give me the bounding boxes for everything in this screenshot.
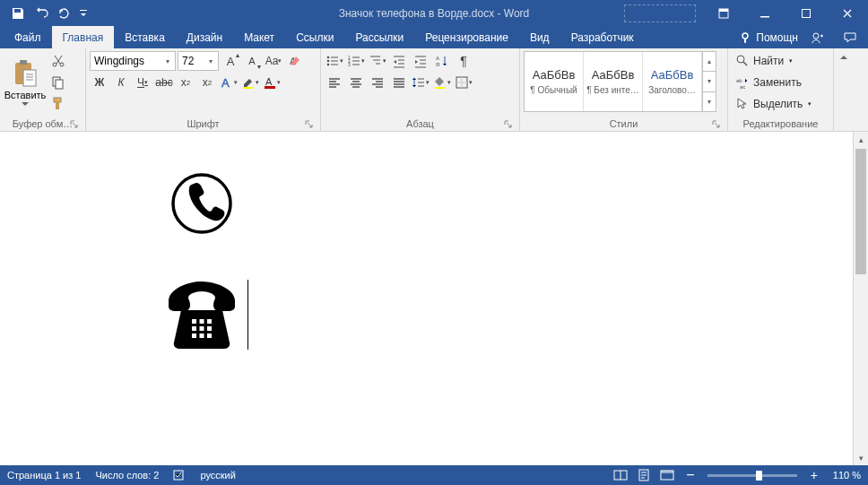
window-controls <box>617 0 868 26</box>
tell-me-button[interactable]: Помощн <box>740 31 798 44</box>
justify-button[interactable] <box>389 73 409 92</box>
style-normal[interactable]: АаБбВв ¶ Обычный <box>525 52 584 111</box>
subscript-button[interactable]: x2 <box>176 73 195 92</box>
shrink-font-button[interactable]: A▾ <box>242 51 262 71</box>
status-language[interactable]: русский <box>193 465 242 485</box>
svg-rect-1 <box>719 9 728 12</box>
tab-insert[interactable]: Вставка <box>114 26 176 48</box>
tab-view[interactable]: Вид <box>519 26 560 48</box>
tab-design[interactable]: Дизайн <box>176 26 233 48</box>
zoom-slider-thumb[interactable] <box>756 471 762 481</box>
styles-dialog-launcher[interactable] <box>711 119 722 130</box>
status-spellcheck[interactable] <box>166 465 193 485</box>
zoom-in-button[interactable]: + <box>803 465 826 485</box>
qat-customize-button[interactable] <box>77 3 90 24</box>
page-viewport[interactable] <box>0 132 853 465</box>
scroll-thumb[interactable] <box>855 149 866 274</box>
underline-button[interactable]: Ч▾ <box>133 73 152 92</box>
paste-button[interactable]: Вставить <box>4 51 47 114</box>
style-scroll-down[interactable]: ▾ <box>703 72 716 91</box>
align-right-button[interactable] <box>368 73 387 92</box>
account-placeholder[interactable] <box>624 4 696 22</box>
clipboard-dialog-launcher[interactable] <box>69 119 80 130</box>
tab-file[interactable]: Файл <box>4 26 52 48</box>
copy-button[interactable] <box>48 73 68 92</box>
scroll-up-button[interactable]: ▴ <box>854 132 868 147</box>
bullets-button[interactable]: ▾ <box>325 51 344 71</box>
svg-rect-2 <box>760 16 769 18</box>
group-clipboard-label: Буфер обм… <box>4 117 82 131</box>
italic-button[interactable]: К <box>111 73 131 92</box>
style-expand[interactable]: ▾ <box>703 92 716 111</box>
tab-layout[interactable]: Макет <box>233 26 285 48</box>
status-word-count[interactable]: Число слов: 2 <box>88 465 166 485</box>
view-read-mode[interactable] <box>609 465 632 485</box>
svg-rect-5 <box>744 39 746 43</box>
scroll-track[interactable] <box>854 147 868 450</box>
style-scroll-up[interactable]: ▴ <box>703 52 716 72</box>
style-heading1[interactable]: АаБбВв Заголово… <box>643 52 702 111</box>
select-button[interactable]: Выделить▾ <box>732 94 815 114</box>
align-left-button[interactable] <box>325 73 344 92</box>
scroll-down-button[interactable]: ▾ <box>854 450 868 465</box>
svg-rect-35 <box>192 319 196 324</box>
sort-button[interactable]: АЯ <box>432 51 452 71</box>
tab-developer[interactable]: Разработчик <box>560 26 645 48</box>
vertical-scrollbar[interactable]: ▴ ▾ <box>853 132 868 465</box>
font-color-button[interactable]: A▾ <box>262 73 282 92</box>
ribbon-display-options-button[interactable] <box>703 0 744 26</box>
zoom-out-button[interactable]: − <box>679 465 702 485</box>
zoom-level[interactable]: 110 % <box>826 465 868 485</box>
tab-review[interactable]: Рецензирование <box>414 26 519 48</box>
borders-button[interactable]: ▾ <box>454 73 473 92</box>
group-styles-label: Стили <box>524 117 724 131</box>
show-marks-button[interactable]: ¶ <box>454 51 473 71</box>
superscript-button[interactable]: x2 <box>197 73 217 92</box>
tab-home[interactable]: Главная <box>52 26 115 48</box>
minimize-button[interactable] <box>744 0 786 26</box>
increase-indent-button[interactable] <box>411 51 430 71</box>
svg-rect-42 <box>200 333 204 338</box>
font-size-combo[interactable]: 72▾ <box>178 51 219 71</box>
maximize-button[interactable] <box>786 0 827 26</box>
status-page[interactable]: Страница 1 из 1 <box>0 465 88 485</box>
text-effects-button[interactable]: A▾ <box>219 73 239 92</box>
save-button[interactable] <box>7 3 29 24</box>
document-page[interactable] <box>45 145 830 465</box>
group-paragraph-label: Абзац <box>325 117 516 131</box>
tab-references[interactable]: Ссылки <box>285 26 344 48</box>
redo-button[interactable] <box>54 3 75 24</box>
font-dialog-launcher[interactable] <box>304 119 315 130</box>
zoom-slider[interactable] <box>707 474 797 477</box>
grow-font-button[interactable]: A▴ <box>221 51 240 71</box>
strikethrough-button[interactable]: abc <box>154 73 174 92</box>
collapse-ribbon-button[interactable] <box>834 48 854 131</box>
line-spacing-button[interactable]: ▾ <box>411 73 430 92</box>
view-print-layout[interactable] <box>632 465 655 485</box>
view-web-layout[interactable] <box>655 465 679 485</box>
paragraph-dialog-launcher[interactable] <box>503 119 514 130</box>
numbering-button[interactable]: 123▾ <box>346 51 366 71</box>
highlight-button[interactable]: ▾ <box>240 73 260 92</box>
find-button[interactable]: Найти▾ <box>732 51 815 71</box>
cut-button[interactable] <box>48 51 68 71</box>
svg-rect-48 <box>661 471 673 473</box>
shading-button[interactable]: ▾ <box>432 73 452 92</box>
tab-mailings[interactable]: Рассылки <box>344 26 414 48</box>
replace-button[interactable]: abac Заменить <box>732 73 815 92</box>
share-button[interactable] <box>805 24 830 50</box>
undo-button[interactable] <box>30 3 52 24</box>
change-case-button[interactable]: Aa▾ <box>264 51 283 71</box>
decrease-indent-button[interactable] <box>389 51 409 71</box>
format-painter-button[interactable] <box>48 94 68 114</box>
close-button[interactable] <box>827 0 868 26</box>
title-bar: Значок телефона в Ворде.docx - Word <box>0 0 868 26</box>
align-center-button[interactable] <box>346 73 366 92</box>
clear-formatting-button[interactable]: A <box>285 51 305 71</box>
bold-button[interactable]: Ж <box>90 73 109 92</box>
font-name-combo[interactable]: Wingdings▾ <box>90 51 176 71</box>
group-clipboard: Вставить Буфер обм… <box>0 48 86 131</box>
style-no-spacing[interactable]: АаБбВв ¶ Без инте… <box>584 52 643 111</box>
multilevel-list-button[interactable]: ▾ <box>368 51 387 71</box>
comments-button[interactable] <box>838 24 863 50</box>
